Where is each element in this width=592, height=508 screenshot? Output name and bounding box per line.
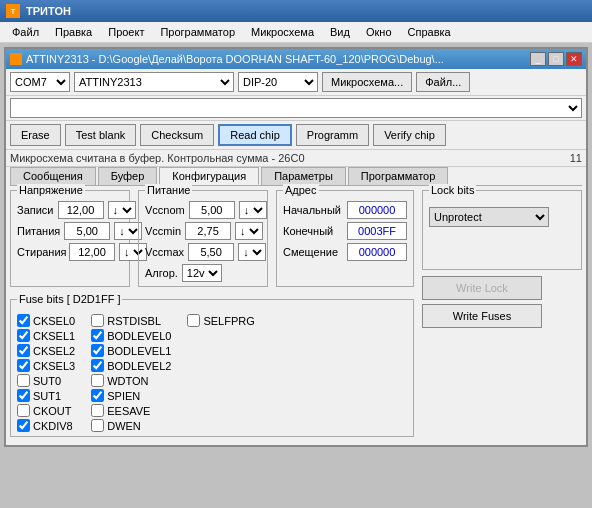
lock-select[interactable]: Unprotect [429, 207, 549, 227]
read-chip-button[interactable]: Read chip [218, 124, 292, 146]
power-unit-2[interactable]: ↓ [238, 243, 266, 261]
tab-params[interactable]: Параметры [261, 167, 346, 185]
chip-button[interactable]: Микросхема... [322, 72, 412, 92]
fuse-DWEN-label: DWEN [107, 420, 141, 432]
status-count: 11 [570, 152, 582, 164]
fuse-CKSEL3: CKSEL3 [17, 359, 75, 372]
write-fuses-button[interactable]: Write Fuses [422, 304, 542, 328]
write-lock-button[interactable]: Write Lock [422, 276, 542, 300]
fuse-SPIEN-check[interactable] [91, 389, 104, 402]
status-bar: Микросхема считана в буфер. Контрольная … [6, 150, 586, 167]
menu-help[interactable]: Справка [400, 24, 459, 40]
device-select[interactable]: ATTINY2313 [74, 72, 234, 92]
voltage-value-2[interactable] [69, 243, 115, 261]
tab-programmer[interactable]: Программатор [348, 167, 449, 185]
addr-end-input[interactable] [347, 222, 407, 240]
device-toolbar: COM7 ATTINY2313 DIP-20 Микросхема... Фай… [6, 69, 586, 96]
voltage-label-2: Стирания [17, 246, 65, 258]
fuse-EESAVE-label: EESAVE [107, 405, 150, 417]
test-blank-button[interactable]: Test blank [65, 124, 137, 146]
power-value-2[interactable] [188, 243, 234, 261]
app-title: ТРИТОН [26, 5, 71, 17]
maximize-button[interactable]: □ [548, 52, 564, 66]
fuse-SELFPRG-check[interactable] [187, 314, 200, 327]
fuse-CKSEL3-label: CKSEL3 [33, 360, 75, 372]
fuse-BODLEVEL1-check[interactable] [91, 344, 104, 357]
voltage-unit-0[interactable]: ↓ [108, 201, 136, 219]
minimize-button[interactable]: _ [530, 52, 546, 66]
addr-start-input[interactable] [347, 201, 407, 219]
port-select[interactable]: COM7 [10, 72, 70, 92]
fuse-BODLEVEL0-check[interactable] [91, 329, 104, 342]
fuse-EESAVE-check[interactable] [91, 404, 104, 417]
fuse-SUT1-check[interactable] [17, 389, 30, 402]
power-unit-0[interactable]: ↓ [239, 201, 267, 219]
menu-programmer[interactable]: Программатор [152, 24, 243, 40]
fuse-DWEN-check[interactable] [91, 419, 104, 432]
fuse-BODLEVEL2-check[interactable] [91, 359, 104, 372]
fuse-RSTDISBL-label: RSTDISBL [107, 315, 161, 327]
fuse-col-1: CKSEL0 CKSEL1 CKSEL2 CKSEL3 [17, 314, 75, 432]
fuse-CKOUT: CKOUT [17, 404, 75, 417]
fuse-RSTDISBL-check[interactable] [91, 314, 104, 327]
menu-chip[interactable]: Микросхема [243, 24, 322, 40]
alg-select[interactable]: 12v [182, 264, 222, 282]
lock-bits-section: Lock bits Unprotect [422, 190, 582, 270]
fuse-BODLEVEL1-label: BODLEVEL1 [107, 345, 171, 357]
tab-buffer[interactable]: Буфер [98, 167, 158, 185]
fuse-CKSEL0-check[interactable] [17, 314, 30, 327]
menu-view[interactable]: Вид [322, 24, 358, 40]
fuse-CKDIV8-check[interactable] [17, 419, 30, 432]
right-panel: Lock bits Unprotect Write Lock Write Fus… [422, 190, 582, 441]
fuse-bits-title: Fuse bits [ D2D1FF ] [17, 293, 122, 305]
tab-messages[interactable]: Сообщения [10, 167, 96, 185]
verify-chip-button[interactable]: Verify chip [373, 124, 446, 146]
fuse-CKSEL0-label: CKSEL0 [33, 315, 75, 327]
package-select[interactable]: DIP-20 [238, 72, 318, 92]
fuse-CKDIV8: CKDIV8 [17, 419, 75, 432]
menu-file[interactable]: Файл [4, 24, 47, 40]
power-unit-1[interactable]: ↓ [235, 222, 263, 240]
addr-start-label: Начальный [283, 204, 343, 216]
menu-project[interactable]: Проект [100, 24, 152, 40]
checksum-button[interactable]: Checksum [140, 124, 214, 146]
power-value-0[interactable] [189, 201, 235, 219]
voltage-title: Напряжение [17, 184, 85, 196]
fuse-SUT0-check[interactable] [17, 374, 30, 387]
fuse-BODLEVEL2: BODLEVEL2 [91, 359, 171, 372]
fuse-SPIEN: SPIEN [91, 389, 171, 402]
fuse-CKSEL0: CKSEL0 [17, 314, 75, 327]
voltage-value-1[interactable] [64, 222, 110, 240]
voltage-value-0[interactable] [58, 201, 104, 219]
action-bar: Erase Test blank Checksum Read chip Prog… [6, 121, 586, 150]
menu-window[interactable]: Окно [358, 24, 400, 40]
tab-config[interactable]: Конфигурация [159, 167, 259, 185]
fuse-SELFPRG-label: SELFPRG [203, 315, 254, 327]
combo2-select[interactable] [10, 98, 582, 118]
addr-end-label: Конечный [283, 225, 343, 237]
fuse-BODLEVEL2-label: BODLEVEL2 [107, 360, 171, 372]
close-button[interactable]: ✕ [566, 52, 582, 66]
addr-offset-input[interactable] [347, 243, 407, 261]
combo2-row [6, 96, 586, 121]
fuse-BODLEVEL0: BODLEVEL0 [91, 329, 171, 342]
file-button[interactable]: Файл... [416, 72, 470, 92]
power-value-1[interactable] [185, 222, 231, 240]
menu-edit[interactable]: Правка [47, 24, 100, 40]
erase-button[interactable]: Erase [10, 124, 61, 146]
fuse-WDTON-label: WDTON [107, 375, 148, 387]
fuse-SUT0: SUT0 [17, 374, 75, 387]
fuse-bits-section: Fuse bits [ D2D1FF ] CKSEL0 CKSEL1 [10, 299, 414, 437]
fuse-CKOUT-check[interactable] [17, 404, 30, 417]
programm-button[interactable]: Programm [296, 124, 369, 146]
fuse-DWEN: DWEN [91, 419, 171, 432]
window-title: ATTINY2313 - D:\Google\Делай\Ворота DOOR… [10, 53, 444, 65]
fuse-WDTON-check[interactable] [91, 374, 104, 387]
main-window: ATTINY2313 - D:\Google\Делай\Ворота DOOR… [4, 47, 588, 447]
fuse-CKSEL3-check[interactable] [17, 359, 30, 372]
addr-start-row: Начальный [283, 201, 407, 219]
fuse-CKSEL2-check[interactable] [17, 344, 30, 357]
fuse-col-3: SELFPRG [187, 314, 254, 432]
fuse-CKSEL1-check[interactable] [17, 329, 30, 342]
fuse-RSTDISBL: RSTDISBL [91, 314, 171, 327]
